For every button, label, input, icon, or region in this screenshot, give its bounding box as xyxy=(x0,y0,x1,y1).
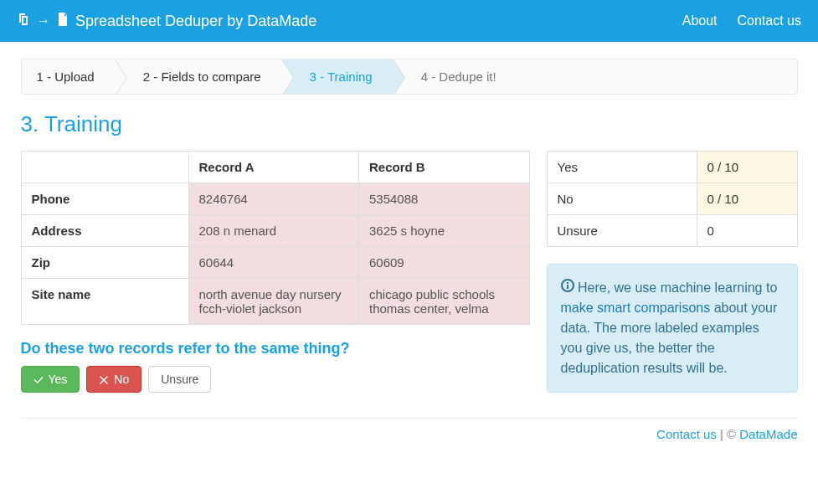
info-box: Here, we use machine learning to make sm… xyxy=(547,264,798,393)
svg-rect-2 xyxy=(567,282,568,284)
yes-button-label: Yes xyxy=(49,373,68,386)
svg-rect-1 xyxy=(567,285,568,289)
record-a-value: 60644 xyxy=(188,247,359,279)
nav-contact[interactable]: Contact us xyxy=(738,13,801,28)
field-label: Phone xyxy=(21,183,188,215)
step-fields[interactable]: 2 - Fields to compare xyxy=(115,59,281,94)
navbar: → Spreadsheet Deduper by DataMade About … xyxy=(0,0,818,42)
breadcrumb: 1 - Upload 2 - Fields to compare 3 - Tra… xyxy=(21,59,798,95)
x-icon xyxy=(99,374,109,384)
answer-buttons: Yes No Unsure xyxy=(21,366,530,393)
table-row: Yes 0 / 10 xyxy=(547,152,797,183)
count-no-label: No xyxy=(547,183,697,215)
nav-about[interactable]: About xyxy=(682,13,718,28)
field-label: Address xyxy=(21,215,188,247)
footer-brand-link[interactable]: DataMade xyxy=(739,427,797,441)
count-unsure-label: Unsure xyxy=(547,215,697,247)
table-row: Unsure 0 xyxy=(547,215,797,247)
counts-table: Yes 0 / 10 No 0 / 10 Unsure 0 xyxy=(547,151,798,247)
check-icon xyxy=(33,374,44,384)
footer-divider xyxy=(21,418,798,419)
record-a-value: 208 n menard xyxy=(188,215,359,247)
yes-button[interactable]: Yes xyxy=(21,366,80,393)
table-row: No 0 / 10 xyxy=(547,183,797,215)
step-dedupe: 4 - Dedupe it! xyxy=(393,59,517,94)
record-a-value: north avenue day nursery fcch-violet jac… xyxy=(188,279,359,325)
app-title: Spreadsheet Deduper by DataMade xyxy=(75,13,316,30)
page-title: 3. Training xyxy=(21,111,798,137)
record-b-header: Record B xyxy=(359,152,530,183)
file-icon xyxy=(57,13,69,30)
record-b-value: 3625 s hoyne xyxy=(359,215,530,247)
field-label: Zip xyxy=(21,247,188,279)
prompt-text: Do these two records refer to the same t… xyxy=(21,340,530,357)
compare-table: Record A Record B Phone 8246764 5354088 … xyxy=(21,151,530,325)
no-button[interactable]: No xyxy=(86,366,141,393)
count-yes-value: 0 / 10 xyxy=(697,152,797,183)
record-b-value: 5354088 xyxy=(359,183,530,215)
step-training: 3 - Training xyxy=(281,59,393,94)
footer-contact-link[interactable]: Contact us xyxy=(656,427,717,441)
unsure-button[interactable]: Unsure xyxy=(148,366,211,393)
count-unsure-value: 0 xyxy=(697,215,797,247)
record-a-value: 8246764 xyxy=(188,183,359,215)
info-link[interactable]: make smart comparisons xyxy=(561,301,711,315)
table-row: Phone 8246764 5354088 xyxy=(21,183,529,215)
footer: Contact us | © DataMade xyxy=(21,427,798,450)
field-label: Site name xyxy=(21,279,188,325)
table-row: Address 208 n menard 3625 s hoyne xyxy=(21,215,529,247)
app-brand[interactable]: → Spreadsheet Deduper by DataMade xyxy=(17,13,316,30)
record-b-value: 60609 xyxy=(359,247,530,279)
nav-links: About Contact us xyxy=(682,13,801,28)
step-upload[interactable]: 1 - Upload xyxy=(22,59,115,94)
table-row: Site name north avenue day nursery fcch-… xyxy=(21,279,529,325)
copy-icon xyxy=(17,13,30,30)
info-icon xyxy=(561,280,578,295)
compare-blank-header xyxy=(21,152,188,183)
count-yes-label: Yes xyxy=(547,152,697,183)
table-row: Zip 60644 60609 xyxy=(21,247,529,279)
count-no-value: 0 / 10 xyxy=(697,183,797,215)
info-text-lead: Here, we use machine learning to xyxy=(578,280,777,295)
no-button-label: No xyxy=(114,373,129,386)
arrow-right-icon: → xyxy=(37,13,50,28)
unsure-button-label: Unsure xyxy=(161,373,198,386)
record-a-header: Record A xyxy=(188,152,359,183)
record-b-value: chicago public schools thomas center, ve… xyxy=(359,279,530,325)
footer-sep: | © xyxy=(717,427,739,441)
